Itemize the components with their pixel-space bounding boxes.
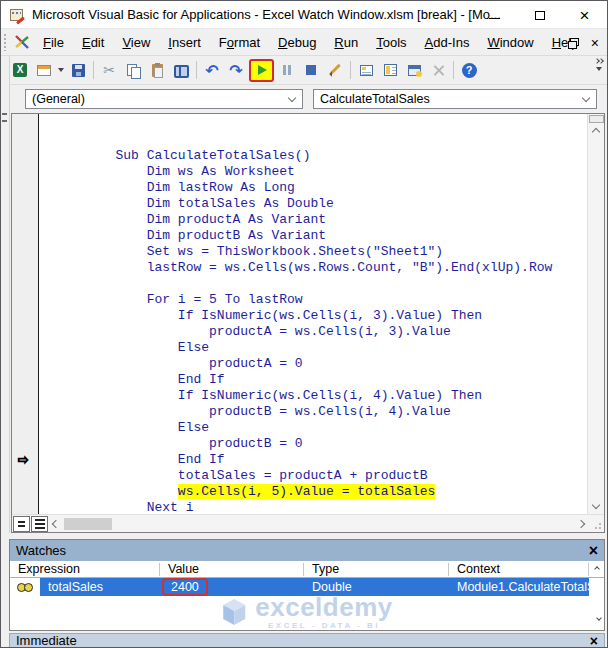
- mdi-document-icon: [14, 34, 30, 50]
- code-line[interactable]: ⇨ End Sub: [12, 484, 586, 500]
- menu-format[interactable]: Format: [210, 35, 269, 50]
- horizontal-scroll-thumb[interactable]: [64, 518, 112, 530]
- watches-close-button[interactable]: ×: [589, 543, 598, 559]
- code-line[interactable]: ⇨ productA = 0: [12, 324, 586, 340]
- run-button[interactable]: [253, 62, 271, 78]
- cut-icon: [103, 62, 115, 78]
- save-button[interactable]: [66, 58, 90, 82]
- redo-button[interactable]: [224, 58, 248, 82]
- full-module-view-button[interactable]: [31, 516, 48, 532]
- code-line[interactable]: ⇨ productB = 0: [12, 404, 586, 420]
- code-line[interactable]: ⇨ totalSales = productA + productB: [12, 436, 586, 452]
- watch-type: Double: [304, 580, 449, 594]
- mdi-close-button[interactable]: ×: [591, 36, 599, 50]
- vertical-scroll-track[interactable]: [589, 138, 604, 499]
- code-line[interactable]: ⇨ productB = ws.Cells(i, 4).Value: [12, 372, 586, 388]
- code-line[interactable]: ⇨ lastRow = ws.Cells(ws.Rows.Count, "B")…: [12, 228, 586, 244]
- toolbox-button[interactable]: [426, 58, 450, 82]
- insert-userform-button[interactable]: [32, 58, 56, 82]
- help-button[interactable]: [457, 58, 481, 82]
- watches-titlebar: Watches ×: [10, 540, 604, 561]
- code-line[interactable]: ⇨ ws.Cells(i, 5).Value = totalSales: [12, 452, 586, 468]
- view-microsoft-excel-button[interactable]: [8, 58, 32, 82]
- maximize-icon: [535, 11, 545, 20]
- vertical-scrollbar[interactable]: [587, 114, 604, 514]
- mdi-restore-button[interactable]: [568, 38, 578, 47]
- minimize-button[interactable]: [472, 1, 517, 29]
- copy-button[interactable]: [121, 58, 145, 82]
- code-line[interactable]: ⇨ Dim lastRow As Long: [12, 148, 586, 164]
- reset-button[interactable]: [299, 58, 323, 82]
- immediate-close-button[interactable]: ×: [590, 634, 598, 648]
- find-button[interactable]: [169, 58, 193, 82]
- menu-insert[interactable]: Insert: [159, 35, 210, 50]
- split-handle[interactable]: [589, 115, 604, 123]
- code-editor[interactable]: ⇨ Sub CalculateTotalSales() ⇨ Dim ws As …: [12, 116, 586, 514]
- chevron-right-icon: [577, 519, 585, 527]
- menu-tools[interactable]: Tools: [367, 35, 415, 50]
- code-line[interactable]: ⇨ Set ws = ThisWorkbook.Sheets("Sheet1"): [12, 212, 586, 228]
- code-line[interactable]: ⇨ Next i: [12, 468, 586, 484]
- code-line[interactable]: ⇨ If IsNumeric(ws.Cells(i, 4).Value) The…: [12, 356, 586, 372]
- code-line[interactable]: ⇨ End If: [12, 340, 586, 356]
- code-window: ⇨ Sub CalculateTotalSales() ⇨ Dim ws As …: [11, 113, 605, 533]
- scroll-up-button[interactable]: [589, 123, 604, 138]
- toolbox-icon: [432, 64, 445, 77]
- code-line[interactable]: ⇨ End If: [12, 420, 586, 436]
- code-line[interactable]: ⇨ Dim productB As Variant: [12, 196, 586, 212]
- watches-scroll-down-button[interactable]: [597, 606, 601, 624]
- code-line[interactable]: ⇨: [12, 244, 586, 260]
- code-line[interactable]: ⇨ For i = 5 To lastRow: [12, 260, 586, 276]
- resize-grip[interactable]: [589, 515, 604, 533]
- close-button[interactable]: ×: [562, 1, 607, 29]
- menu-add-ins[interactable]: Add-Ins: [416, 35, 479, 50]
- scroll-down-button[interactable]: [589, 499, 604, 514]
- design-mode-button[interactable]: [323, 58, 347, 82]
- maximize-button[interactable]: [517, 1, 562, 29]
- code-line[interactable]: ⇨ Dim ws As Worksheet: [12, 132, 586, 148]
- menu-run[interactable]: Run: [325, 35, 367, 50]
- paste-button[interactable]: [145, 58, 169, 82]
- procedure-view-button[interactable]: [13, 516, 30, 532]
- cut-button[interactable]: [97, 58, 121, 82]
- horizontal-scroll-track[interactable]: [112, 518, 573, 530]
- menu-file[interactable]: File: [34, 35, 73, 50]
- toolbar-overflow-button[interactable]: [593, 59, 605, 81]
- menubar-grip[interactable]: [3, 33, 8, 51]
- menu-debug[interactable]: Debug: [269, 35, 325, 50]
- break-button[interactable]: [275, 58, 299, 82]
- menu-window[interactable]: Window: [478, 35, 542, 50]
- watch-row[interactable]: totalSales 2400 Double Module1.Calculate…: [10, 578, 604, 596]
- project-explorer-button[interactable]: [354, 58, 378, 82]
- watches-scroll-up-button[interactable]: [589, 567, 604, 571]
- find-icon: [174, 65, 189, 75]
- scroll-right-button[interactable]: [573, 515, 589, 533]
- object-browser-button[interactable]: [402, 58, 426, 82]
- procedure-dropdown[interactable]: CalculateTotalSales: [313, 89, 597, 109]
- watch-value: 2400: [171, 580, 199, 594]
- run-icon: [258, 65, 267, 75]
- vba-app-icon: [9, 7, 25, 23]
- code-line[interactable]: ⇨ Dim totalSales As Double: [12, 164, 586, 180]
- window-title: Microsoft Visual Basic for Applications …: [32, 7, 501, 22]
- current-statement-arrow-icon: ⇨: [18, 452, 29, 468]
- object-dropdown[interactable]: (General): [25, 89, 303, 109]
- code-line[interactable]: ⇨ Else: [12, 388, 586, 404]
- view-microsoft-excel-icon: [13, 63, 27, 77]
- design-mode-icon: [329, 64, 342, 77]
- watches-rows: totalSales 2400 Double Module1.Calculate…: [10, 578, 604, 596]
- dock-handle[interactable]: [2, 113, 7, 122]
- code-line[interactable]: ⇨ Else: [12, 308, 586, 324]
- code-line[interactable]: ⇨ If IsNumeric(ws.Cells(i, 3).Value) The…: [12, 276, 586, 292]
- code-line[interactable]: ⇨ productA = ws.Cells(i, 3).Value: [12, 292, 586, 308]
- chevron-up-icon: [594, 566, 600, 572]
- menu-edit[interactable]: Edit: [73, 35, 113, 50]
- scroll-left-button[interactable]: [48, 515, 64, 533]
- undo-button[interactable]: [200, 58, 224, 82]
- procedure-view-icon: [18, 521, 25, 523]
- insert-userform-dropdown[interactable]: [56, 58, 66, 82]
- properties-window-button[interactable]: [378, 58, 402, 82]
- menu-view[interactable]: View: [113, 35, 159, 50]
- code-line[interactable]: ⇨ Sub CalculateTotalSales(): [12, 116, 586, 132]
- code-line[interactable]: ⇨ Dim productA As Variant: [12, 180, 586, 196]
